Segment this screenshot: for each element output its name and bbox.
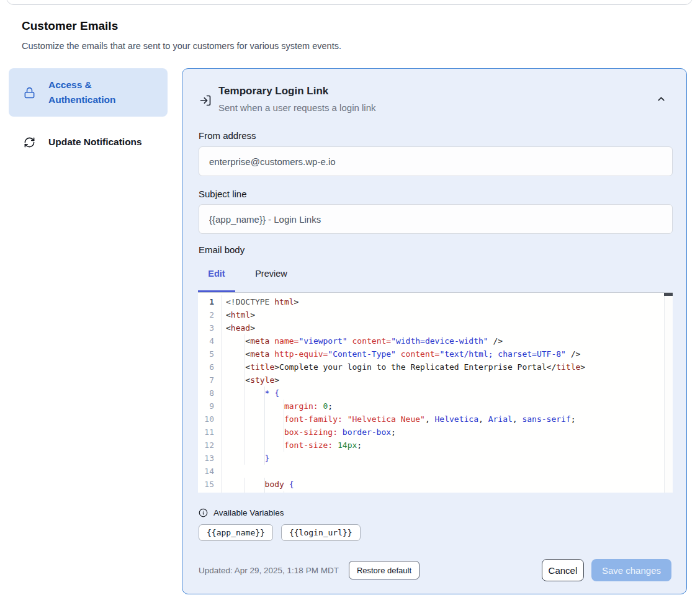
email-body-tabs: Edit Preview [198,269,292,290]
page-subtitle: Customize the emails that are sent to yo… [22,41,341,51]
variable-chip[interactable]: {{app_name}} [199,524,273,541]
tab-preview[interactable]: Preview [250,269,292,290]
from-address-input[interactable] [199,146,673,176]
code-line: 13} [198,452,673,465]
line-number: 8 [198,387,222,400]
code-editor[interactable]: 1<!DOCTYPE html>2<html>3<head>4<meta nam… [198,292,673,493]
panel-subtitle: Sent when a user requests a login link [218,102,375,113]
code-line: 2<html> [198,308,673,321]
available-variables-label: Available Variables [213,508,284,517]
editor-scrollbar-thumb[interactable] [664,293,673,296]
code-line: 6<title>Complete your login to the Repli… [198,360,673,373]
code-line: 12font-size: 14px; [198,439,673,452]
log-in-icon [199,94,212,109]
previous-panel-edge [6,0,693,5]
code-line: 11box-sizing: border-box; [198,426,673,439]
line-number: 15 [198,478,222,491]
panel-title: Temporary Login Link [218,85,328,97]
page-title: Customer Emails [22,19,118,33]
available-variables-row: Available Variables [199,508,284,517]
line-number: 14 [198,465,222,478]
updated-timestamp: Updated: Apr 29, 2025, 1:18 PM MDT [199,566,339,575]
line-number: 9 [198,400,222,413]
line-number: 12 [198,439,222,452]
line-number: 16 [198,491,222,493]
code-line: 15body { [198,478,673,491]
line-number: 7 [198,373,222,387]
subject-line-input[interactable] [199,204,673,234]
code-line: 16background-color: #ffffff; [198,491,673,493]
code-line: 14 [198,465,673,478]
line-number: 6 [198,360,222,373]
sidebar-item-label: Access & Authentication [48,78,156,107]
customer-emails-page: Customer Emails Customize the emails tha… [0,0,700,608]
restore-default-button[interactable]: Restore default [349,561,420,579]
code-line: 9margin: 0; [198,400,673,413]
code-line: 8* { [198,387,673,400]
code-line: 10font-family: "Helvetica Neue", Helveti… [198,413,673,426]
save-changes-button[interactable]: Save changes [591,559,671,581]
subject-line-label: Subject line [199,189,247,199]
line-number: 13 [198,452,222,465]
line-number: 2 [198,308,222,321]
line-number: 10 [198,413,222,426]
code-line: 5<meta http-equiv="Content-Type" content… [198,347,673,360]
sidebar-item-update-notifications[interactable]: Update Notifications [9,128,168,156]
sidebar-item-access-authentication[interactable]: Access & Authentication [9,68,168,117]
temporary-login-link-panel: Temporary Login Link Sent when a user re… [182,68,687,594]
chevron-up-icon[interactable] [656,94,666,107]
info-icon [199,508,208,517]
tab-edit[interactable]: Edit [198,269,235,290]
lock-icon [24,87,35,99]
code-line: 3<head> [198,321,673,334]
line-number: 11 [198,426,222,439]
cancel-button[interactable]: Cancel [542,559,584,581]
refresh-icon [24,136,35,148]
editor-scrollbar[interactable] [664,293,673,493]
line-number: 4 [198,334,222,347]
from-address-label: From address [199,130,256,141]
code-line: 7<style> [198,373,673,387]
email-body-label: Email body [199,244,245,255]
code-line: 1<!DOCTYPE html> [198,295,673,308]
line-number: 3 [198,321,222,334]
line-number: 1 [198,295,222,308]
line-number: 5 [198,347,222,360]
variable-chip[interactable]: {{login_url}} [281,524,361,541]
variable-chips: {{app_name}}{{login_url}} [199,524,361,541]
sidebar-item-label: Update Notifications [48,135,142,150]
panel-footer: Updated: Apr 29, 2025, 1:18 PM MDT Resto… [199,559,671,581]
code-line: 4<meta name="viewport" content="width=de… [198,334,673,347]
